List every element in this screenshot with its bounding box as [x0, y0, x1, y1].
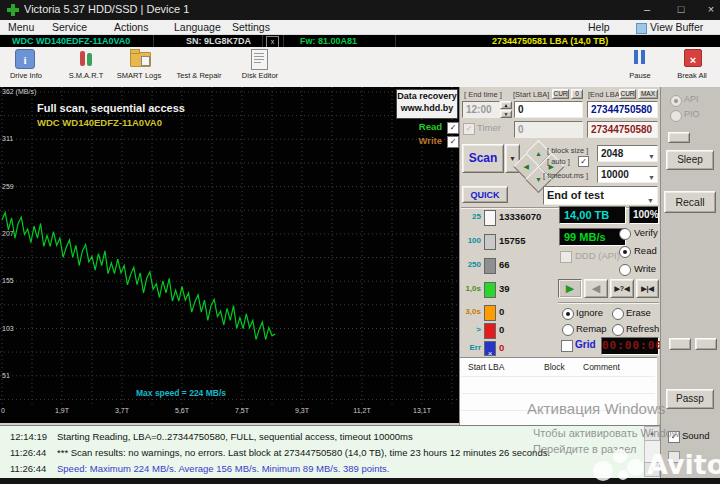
- x-axis-tick-label: 11,2T: [348, 407, 376, 414]
- seek-error-button[interactable]: ▶?◀: [610, 279, 634, 298]
- menu-item-service[interactable]: Service: [52, 21, 87, 33]
- y-axis-tick-label: 155: [2, 277, 14, 284]
- menu-item-language[interactable]: Language: [174, 21, 221, 33]
- read-speed-trace: [2, 213, 275, 340]
- graph-canvas: 362 (MB/s)3112592071551035101,9T3,7T5,6T…: [0, 87, 459, 423]
- defect-table[interactable]: Start LBA Block Comment: [460, 357, 657, 425]
- auto-checkbox[interactable]: ✓: [578, 156, 589, 167]
- passport-button[interactable]: Passp: [666, 389, 714, 409]
- jump-end-button[interactable]: ▶|◀: [636, 279, 659, 298]
- sidebar-mini-button-right[interactable]: [695, 338, 717, 350]
- pio-label: PIO: [684, 109, 700, 119]
- sidebar-mini-button[interactable]: [668, 132, 690, 143]
- menu-item-help[interactable]: Help: [588, 21, 610, 33]
- smart-button[interactable]: S.M.A.R.T: [58, 71, 114, 80]
- menu-item-settings[interactable]: Settings: [232, 21, 270, 33]
- left-arrow-icon: ◀: [524, 162, 529, 170]
- write-radio[interactable]: [619, 264, 631, 276]
- start-lba-input-2[interactable]: 0: [514, 121, 583, 138]
- table-row-divider: [461, 393, 655, 394]
- log-area: 12:14:19 Starting Reading, LBA=0..273447…: [0, 425, 660, 484]
- toolbar: i Drive Info S.M.A.R.T SMART Logs Test &…: [0, 47, 720, 88]
- write-checkbox[interactable]: ✓: [447, 136, 459, 148]
- end-lba-input[interactable]: 27344750580: [587, 101, 658, 118]
- end-time-spin-up[interactable]: ▲: [500, 101, 512, 109]
- block-size-value: 2048: [601, 148, 623, 159]
- block-size-select[interactable]: 2048 ▼: [597, 145, 658, 162]
- break-all-button[interactable]: Break All: [666, 71, 718, 80]
- grid-checkbox[interactable]: [561, 340, 573, 352]
- drive-info-button[interactable]: Drive Info: [0, 71, 52, 80]
- end-of-test-select[interactable]: End of test ▼: [543, 186, 658, 205]
- table-header-start-lba: Start LBA: [468, 362, 504, 372]
- stat-value-100: 15755: [499, 235, 525, 246]
- read-radio[interactable]: [619, 246, 631, 258]
- sound-checkbox[interactable]: ✓: [668, 431, 680, 443]
- start-scan-button[interactable]: ▶: [558, 279, 582, 298]
- check-mark: ✓: [580, 157, 587, 166]
- smart-logs-button[interactable]: SMART Logs: [110, 71, 168, 80]
- folder-doc: [141, 56, 150, 66]
- pio-radio[interactable]: [670, 110, 682, 122]
- refresh-radio[interactable]: [612, 324, 624, 336]
- scan-button[interactable]: Scan: [462, 144, 504, 173]
- percent-value: 100: [633, 207, 650, 223]
- sleep-button[interactable]: Sleep: [666, 150, 714, 170]
- menu-bar: Menu Service Actions Language Settings H…: [0, 20, 720, 35]
- timeout-select[interactable]: 10000 ▼: [597, 166, 658, 183]
- end-lba-input-2[interactable]: 27344750580: [587, 121, 658, 138]
- read-checkbox[interactable]: ✓: [447, 122, 459, 134]
- start-lba-zero-button[interactable]: 0: [571, 89, 583, 99]
- device-capacity: 27344750581 LBA (14,0 TB): [492, 35, 608, 47]
- ignore-radio[interactable]: [562, 308, 574, 320]
- y-axis-tick-label: 207: [2, 230, 14, 237]
- sidebar-mini-button-left[interactable]: [669, 338, 691, 350]
- device-info-bar: WDC WD140EDFZ-11A0VA0 SN: 9LG8K7DA x Fw:…: [0, 35, 720, 47]
- watermark-line2: www.hdd.by: [397, 103, 457, 114]
- timer-checkbox[interactable]: ✓: [463, 123, 475, 135]
- ddd-api-checkbox[interactable]: [560, 251, 572, 263]
- reverse-scan-button[interactable]: ◀: [584, 279, 608, 298]
- table-row-divider: [461, 376, 655, 377]
- check-mark: ✓: [450, 137, 457, 146]
- x-axis-tick-label: 3,7T: [108, 407, 136, 414]
- x-axis-tick-label: 1,9T: [48, 407, 76, 414]
- device-model: WDC WD140EDFZ-11A0VA0: [12, 35, 130, 47]
- maximize-button[interactable]: □: [668, 0, 694, 20]
- x-axis-tick-label: 7,5T: [228, 407, 256, 414]
- x-axis-tick-label: 9,3T: [288, 407, 316, 414]
- menu-item-actions[interactable]: Actions: [114, 21, 148, 33]
- position-display: 14,00 TB: [559, 206, 626, 224]
- close-button[interactable]: ×: [698, 0, 720, 20]
- log-message: Starting Reading, LBA=0..27344750580, FU…: [57, 431, 637, 442]
- scan-graph: 362 (MB/s)3112592071551035101,9T3,7T5,6T…: [0, 87, 459, 423]
- start-lba-cur-button[interactable]: CUR: [552, 89, 569, 99]
- end-lba-cur-button[interactable]: CUR: [619, 89, 636, 99]
- minimize-button[interactable]: –: [634, 0, 660, 20]
- pause-button[interactable]: Pause: [616, 71, 664, 80]
- recall-button[interactable]: Recall: [664, 191, 716, 213]
- erase-radio[interactable]: [612, 308, 624, 320]
- x-axis-tick-label: 0: [1, 407, 13, 414]
- scroll-up-button[interactable]: ▲: [644, 426, 660, 441]
- smart-icon-bar-green: [87, 53, 92, 66]
- api-radio[interactable]: [670, 95, 682, 107]
- menu-item-menu[interactable]: Menu: [8, 21, 34, 33]
- check-mark: ✓: [450, 123, 457, 132]
- stat-block-3s: [484, 305, 496, 321]
- test-repair-button[interactable]: Test & Repair: [168, 71, 230, 80]
- graph-subtitle: WDC WD140EDFZ-11A0VA0: [37, 117, 162, 128]
- start-lba-input[interactable]: 0: [514, 101, 583, 118]
- verify-radio[interactable]: [619, 228, 631, 240]
- scroll-down-button[interactable]: ▼: [644, 462, 660, 477]
- stat-label-1s: 1,0s: [460, 284, 481, 293]
- folder-tab: [130, 49, 140, 54]
- end-time-input[interactable]: 12:00: [462, 101, 500, 118]
- disk-editor-button[interactable]: Disk Editor: [232, 71, 288, 80]
- end-lba-max-button[interactable]: MAX: [638, 89, 658, 99]
- remap-radio[interactable]: [562, 324, 574, 336]
- chevron-down-icon: ▼: [648, 149, 655, 164]
- end-time-spin-down[interactable]: ▼: [500, 110, 512, 118]
- quick-button[interactable]: QUICK: [462, 186, 508, 203]
- obscured-checkbox[interactable]: [668, 451, 680, 463]
